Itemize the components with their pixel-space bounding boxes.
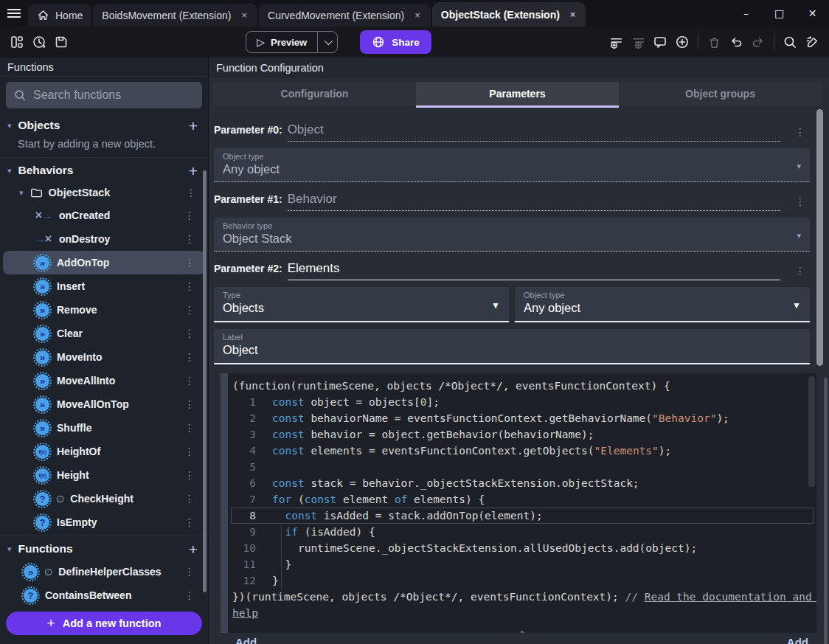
item-menu-button[interactable]: ⋮ xyxy=(180,422,199,434)
item-menu-button[interactable]: ⋮ xyxy=(180,469,199,481)
code-line-1[interactable]: 1const object = objects[0]; xyxy=(231,394,814,410)
item-menu-button[interactable]: ⋮ xyxy=(180,516,199,528)
type-select[interactable]: Type Objects ▼ xyxy=(214,287,509,322)
sidebar-item-height[interactable]: f(x)Height⋮ xyxy=(3,463,205,487)
tab-object-groups[interactable]: Object groups xyxy=(619,82,822,105)
add-free-function-button[interactable]: + xyxy=(186,541,201,557)
sidebar-item-remove[interactable]: »Remove⋮ xyxy=(3,298,205,322)
sidebar-item-definehelperclasses[interactable]: »∅DefineHelperClasses⋮ xyxy=(3,560,205,584)
parameter-name-field[interactable]: Object xyxy=(288,122,324,136)
functions-section-header[interactable]: ▾ Functions + xyxy=(0,538,208,560)
maximize-icon[interactable]: □ xyxy=(763,0,796,27)
item-menu-button[interactable]: ⋮ xyxy=(180,257,199,269)
code-block-handle[interactable] xyxy=(221,373,228,633)
collapse-editor-button[interactable]: ^ xyxy=(231,627,814,633)
tab-curvedmovement[interactable]: CurvedMovement (Extension) × xyxy=(259,4,431,27)
preview-options-button[interactable] xyxy=(317,32,337,52)
share-button[interactable]: Share xyxy=(360,30,431,54)
item-menu-button[interactable]: ⋮ xyxy=(180,493,199,505)
label-input[interactable]: Label Object xyxy=(214,329,810,364)
item-menu-button[interactable]: ⋮ xyxy=(180,304,199,316)
item-menu-button[interactable]: ⋮ xyxy=(180,280,199,292)
sidebar-item-shuffle[interactable]: »Shuffle⋮ xyxy=(3,416,205,440)
sidebar-item-moveallontop[interactable]: »MoveAllOnTop⋮ xyxy=(3,392,205,416)
close-tab-icon[interactable]: × xyxy=(240,10,249,21)
search-functions-box[interactable] xyxy=(6,82,202,108)
parameter-name-field[interactable]: Behavior xyxy=(288,192,337,206)
editor-scrollbar[interactable] xyxy=(808,376,815,487)
undo-button[interactable] xyxy=(725,31,747,53)
parameter-menu-button[interactable]: ⋮ xyxy=(791,265,810,277)
add-comment-button[interactable] xyxy=(649,31,671,53)
sidebar-item-addontop[interactable]: »AddOnTop⋮ xyxy=(3,251,205,274)
sidebar-item-clear[interactable]: »Clear⋮ xyxy=(3,322,205,345)
delete-button[interactable] xyxy=(703,31,725,53)
main-menu-button[interactable] xyxy=(0,0,28,27)
history-button[interactable] xyxy=(28,31,50,53)
object-type-select[interactable]: Object type Any object ▼ xyxy=(515,287,810,322)
behaviors-section-header[interactable]: ▾ Behaviors + xyxy=(0,159,208,181)
code-line-10[interactable]: 10 runtimeScene._objectStackExtension.al… xyxy=(231,540,814,556)
item-menu-button[interactable]: ⋮ xyxy=(180,375,199,387)
minimize-icon[interactable]: – xyxy=(729,0,763,27)
sidebar-item-ondestroy[interactable]: →×onDestroy⋮ xyxy=(3,227,205,251)
item-menu-button[interactable]: ⋮ xyxy=(180,328,199,339)
parameters-scrollbar[interactable] xyxy=(816,109,823,366)
code-line-5[interactable]: 5 xyxy=(231,459,814,475)
sidebar-scrollbar[interactable] xyxy=(203,170,207,592)
redo-button[interactable] xyxy=(747,31,769,53)
add-behavior-button[interactable]: + xyxy=(186,163,201,179)
code-line-2[interactable]: 2const behaviorName = eventsFunctionCont… xyxy=(231,410,814,426)
item-menu-button[interactable]: ⋮ xyxy=(180,233,199,245)
parameter-menu-button[interactable]: ⋮ xyxy=(791,195,810,207)
code-line-11[interactable]: 11 } xyxy=(231,556,814,572)
sidebar-item-insert[interactable]: »Insert⋮ xyxy=(3,274,205,298)
parameter-name-field[interactable]: Elements xyxy=(288,261,340,275)
behavior-group-objectstack[interactable]: ▾ ObjectStack ⋮ xyxy=(0,181,208,204)
add-event-button[interactable] xyxy=(605,31,627,53)
sidebar-item-containsbetween[interactable]: ?ContainsBetween⋮ xyxy=(3,584,205,607)
close-tab-icon[interactable]: × xyxy=(569,9,577,20)
search-button[interactable] xyxy=(779,31,801,53)
add-new-function-button[interactable]: + Add a new function xyxy=(6,612,202,635)
add-subevent-button[interactable] xyxy=(627,31,649,53)
sidebar-item-isempty[interactable]: ?IsEmpty⋮ xyxy=(3,510,205,534)
events-scrollbar[interactable] xyxy=(824,378,828,644)
sidebar-item-moveallinto[interactable]: »MoveAllInto⋮ xyxy=(3,369,205,392)
preview-button[interactable]: ▷ Preview xyxy=(246,36,317,48)
tab-parameters[interactable]: Parameters xyxy=(416,82,619,105)
tab-home[interactable]: Home xyxy=(28,4,91,27)
code-line-4[interactable]: 4const elements = eventsFunctionContext.… xyxy=(231,443,814,459)
sidebar-item-moveinto[interactable]: »MoveInto⋮ xyxy=(3,345,205,369)
parameter-menu-button[interactable]: ⋮ xyxy=(791,126,810,138)
sidebar-item-checkheight[interactable]: ?∅CheckHeight⋮ xyxy=(3,487,205,510)
item-menu-button[interactable]: ⋮ xyxy=(180,566,199,578)
search-input[interactable] xyxy=(33,89,181,102)
group-menu-button[interactable]: ⋮ xyxy=(181,187,201,198)
item-menu-button[interactable]: ⋮ xyxy=(180,210,199,221)
add-other-button[interactable] xyxy=(671,31,693,53)
tab-configuration[interactable]: Configuration xyxy=(213,82,416,105)
code-line-6[interactable]: 6const stack = behavior._objectStackExte… xyxy=(231,475,814,491)
code-line-8[interactable]: 8 const isAdded = stack.addOnTop(element… xyxy=(231,508,814,524)
add-object-button[interactable]: + xyxy=(186,118,201,134)
save-button[interactable] xyxy=(50,31,72,53)
item-menu-button[interactable]: ⋮ xyxy=(180,398,199,410)
code-line-12[interactable]: 12} xyxy=(231,572,814,589)
item-menu-button[interactable]: ⋮ xyxy=(180,589,199,601)
tab-objectstack[interactable]: ObjectStack (Extension) × xyxy=(432,2,586,27)
open-panels-button[interactable] xyxy=(6,31,28,53)
sidebar-item-heightof[interactable]: f(x)HeightOf⋮ xyxy=(3,440,205,463)
add-button-clipped[interactable]: Add xyxy=(787,636,808,644)
tab-boidsmovement[interactable]: BoidsMovement (Extension) × xyxy=(93,4,257,27)
item-menu-button[interactable]: ⋮ xyxy=(180,446,199,457)
close-tab-icon[interactable]: × xyxy=(413,10,422,21)
sidebar-item-oncreated[interactable]: ×→onCreated⋮ xyxy=(3,204,205,227)
code-line-9[interactable]: 9 if (isAdded) { xyxy=(231,524,814,540)
add-button-clipped[interactable]: Add xyxy=(235,636,257,644)
behavior-type-select[interactable]: Behavior type Object Stack ▾ xyxy=(214,218,810,252)
code-line-7[interactable]: 7for (const element of elements) { xyxy=(231,491,814,508)
objects-section-header[interactable]: ▾ Objects + xyxy=(0,114,208,136)
item-menu-button[interactable]: ⋮ xyxy=(180,351,199,363)
close-icon[interactable]: ✕ xyxy=(796,0,829,27)
